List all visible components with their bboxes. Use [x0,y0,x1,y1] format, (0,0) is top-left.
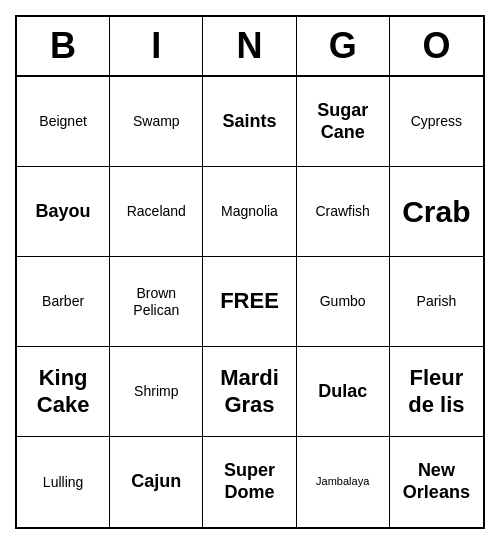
bingo-cell: Cypress [390,77,483,167]
bingo-cell: Raceland [110,167,203,257]
bingo-cell: Jambalaya [297,437,390,527]
bingo-cell: Brown Pelican [110,257,203,347]
bingo-cell: Swamp [110,77,203,167]
bingo-cell: Bayou [17,167,110,257]
bingo-cell: Sugar Cane [297,77,390,167]
header-letter: B [17,17,110,75]
bingo-header: BINGO [17,17,483,77]
bingo-cell: Parish [390,257,483,347]
bingo-grid: BeignetSwampSaintsSugar CaneCypressBayou… [17,77,483,527]
header-letter: O [390,17,483,75]
bingo-cell: FREE [203,257,296,347]
bingo-cell: Magnolia [203,167,296,257]
bingo-cell: Shrimp [110,347,203,437]
header-letter: G [297,17,390,75]
bingo-cell: Fleur de lis [390,347,483,437]
bingo-card: BINGO BeignetSwampSaintsSugar CaneCypres… [15,15,485,529]
bingo-cell: Dulac [297,347,390,437]
header-letter: I [110,17,203,75]
bingo-cell: King Cake [17,347,110,437]
bingo-cell: Saints [203,77,296,167]
bingo-cell: Crab [390,167,483,257]
bingo-cell: Beignet [17,77,110,167]
bingo-cell: Cajun [110,437,203,527]
bingo-cell: New Orleans [390,437,483,527]
bingo-cell: Mardi Gras [203,347,296,437]
bingo-cell: Super Dome [203,437,296,527]
bingo-cell: Barber [17,257,110,347]
header-letter: N [203,17,296,75]
bingo-cell: Crawfish [297,167,390,257]
bingo-cell: Gumbo [297,257,390,347]
bingo-cell: Lulling [17,437,110,527]
